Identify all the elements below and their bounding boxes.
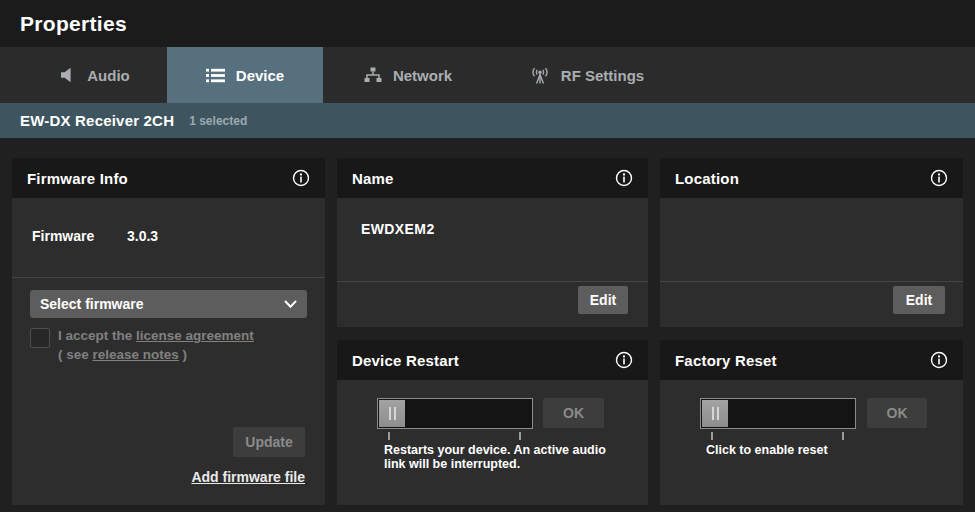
license-close-paren: )	[179, 347, 187, 362]
add-firmware-file-link[interactable]: Add firmware file	[191, 469, 305, 485]
page-title: Properties	[20, 12, 127, 36]
slider-tick-left	[711, 432, 713, 440]
firmware-select-value: Select firmware	[40, 296, 144, 312]
tab-label: Network	[393, 67, 452, 84]
info-icon[interactable]	[292, 169, 310, 187]
firmware-info-header: Firmware Info	[12, 158, 325, 198]
tab-audio[interactable]: Audio	[30, 47, 160, 103]
divider	[12, 277, 325, 278]
factory-reset-ok-button[interactable]: OK	[867, 398, 927, 428]
device-name-value: EWDXEM2	[361, 221, 435, 237]
factory-reset-header: Factory Reset	[660, 340, 963, 380]
factory-reset-slider-handle[interactable]	[702, 400, 728, 427]
license-text: I accept the license agreement ( see rel…	[58, 326, 308, 364]
factory-reset-panel: Factory Reset OK Click to enable reset	[660, 340, 963, 505]
device-restart-panel: Device Restart OK Restarts your device. …	[337, 340, 648, 505]
name-panel: Name EWDXEM2 Edit	[337, 158, 648, 327]
info-icon[interactable]	[930, 351, 948, 369]
firmware-select[interactable]: Select firmware	[30, 290, 307, 318]
license-open-paren: ( see	[58, 347, 93, 362]
info-icon[interactable]	[615, 169, 633, 187]
tab-label: RF Settings	[561, 67, 644, 84]
divider	[660, 281, 963, 282]
restart-caption: Restarts your device. An active audio li…	[384, 444, 608, 471]
divider	[337, 281, 648, 282]
firmware-version: 3.0.3	[127, 228, 158, 244]
factory-reset-caption: Click to enable reset	[706, 444, 930, 458]
panel-title: Location	[675, 170, 739, 187]
panel-title: Factory Reset	[675, 352, 777, 369]
slider-tick-right	[842, 432, 844, 440]
device-restart-header: Device Restart	[337, 340, 648, 380]
tab-network[interactable]: Network	[330, 47, 486, 103]
release-notes-link[interactable]: release notes	[93, 347, 179, 362]
name-header: Name	[337, 158, 648, 198]
title-bar: Properties	[0, 0, 975, 47]
firmware-label: Firmware	[32, 228, 94, 244]
chevron-down-icon	[284, 300, 297, 309]
info-icon[interactable]	[930, 169, 948, 187]
tab-rf-settings[interactable]: RF Settings	[498, 47, 676, 103]
selected-count: 1 selected	[189, 114, 247, 128]
factory-reset-slider[interactable]	[700, 398, 856, 429]
location-panel: Location Edit	[660, 158, 963, 327]
restart-slider-handle[interactable]	[379, 400, 405, 427]
info-icon[interactable]	[615, 351, 633, 369]
license-checkbox[interactable]	[30, 328, 50, 348]
license-agreement-link[interactable]: license agreement	[136, 328, 254, 343]
antenna-icon	[530, 67, 550, 84]
sitemap-icon	[364, 67, 382, 83]
panel-title: Firmware Info	[27, 170, 128, 187]
edit-location-button[interactable]: Edit	[893, 286, 945, 314]
selection-bar: EW-DX Receiver 2CH 1 selected	[0, 103, 975, 138]
restart-ok-button[interactable]: OK	[543, 398, 604, 428]
firmware-info-panel: Firmware Info Firmware 3.0.3 Select firm…	[12, 158, 325, 505]
restart-slider[interactable]	[377, 398, 533, 429]
panel-title: Device Restart	[352, 352, 459, 369]
location-header: Location	[660, 158, 963, 198]
tab-device[interactable]: Device	[167, 47, 323, 103]
panel-title: Name	[352, 170, 394, 187]
slider-tick-left	[388, 432, 390, 440]
list-icon	[206, 68, 225, 83]
tab-label: Audio	[87, 67, 130, 84]
device-type-label: EW-DX Receiver 2CH	[20, 112, 174, 129]
license-prefix: I accept the	[58, 328, 136, 343]
update-button[interactable]: Update	[233, 427, 305, 457]
tab-label: Device	[236, 67, 284, 84]
edit-name-button[interactable]: Edit	[578, 286, 628, 314]
tab-bar: Audio Device Network	[0, 47, 975, 103]
speaker-icon	[60, 67, 76, 83]
slider-tick-right	[519, 432, 521, 440]
